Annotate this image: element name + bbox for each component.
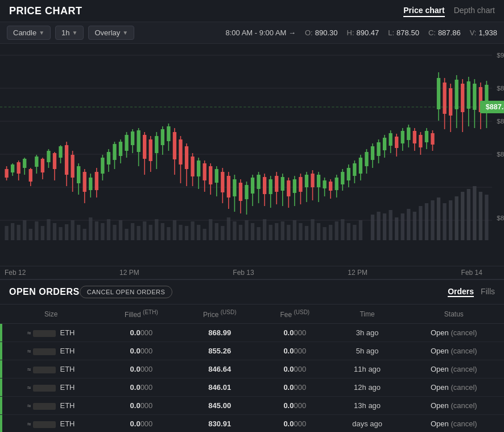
svg-rect-56 <box>275 223 278 240</box>
cancel-order-link[interactable]: (cancel) <box>451 328 477 337</box>
col-status: Status <box>404 305 504 324</box>
svg-rect-73 <box>383 213 386 240</box>
chevron-down-icon: ▼ <box>39 30 44 36</box>
high-price: H: 890.47 <box>347 28 379 37</box>
filled-value: 0.0 <box>130 401 141 410</box>
svg-rect-186 <box>287 180 290 196</box>
status-label: Open <box>431 328 451 337</box>
svg-rect-106 <box>47 151 50 162</box>
x-label-feb13: Feb 13 <box>233 269 254 277</box>
approx-symbol: ≈ <box>27 402 33 410</box>
fee-dim: 000 <box>294 383 306 392</box>
open-orders-section: OPEN ORDERS CANCEL OPEN ORDERS Orders Fi… <box>0 279 504 432</box>
order-time-cell: 3h ago <box>331 324 404 342</box>
price-value: 855.26 <box>208 347 231 355</box>
svg-rect-51 <box>245 220 248 240</box>
overlay-button[interactable]: Overlay ▼ <box>88 26 134 40</box>
svg-rect-72 <box>377 212 380 240</box>
time-value: 11h ago <box>354 365 381 373</box>
svg-rect-134 <box>131 131 134 145</box>
svg-rect-202 <box>335 178 338 190</box>
svg-rect-218 <box>383 138 386 150</box>
cancel-order-link[interactable]: (cancel) <box>451 365 477 373</box>
svg-rect-49 <box>233 221 236 240</box>
col-time: Time <box>331 305 404 324</box>
size-unit: ETH <box>60 347 75 355</box>
cancel-order-link[interactable]: (cancel) <box>451 383 477 392</box>
order-size-cell: ≈ ETH <box>0 397 102 415</box>
order-status-cell: Open (cancel) <box>404 342 504 360</box>
order-status-cell: Open (cancel) <box>404 415 504 433</box>
svg-rect-168 <box>233 179 236 196</box>
table-row: ≈ ETH 0.0000 868.99 0.0000 3h ago Open (… <box>0 324 504 342</box>
price-chart-header: PRICE CHART Price chart Depth chart <box>0 0 504 22</box>
tab-fills[interactable]: Fills <box>481 287 495 297</box>
svg-rect-65 <box>329 225 332 240</box>
cancel-order-link[interactable]: (cancel) <box>451 401 477 410</box>
svg-rect-35 <box>149 225 152 240</box>
svg-rect-110 <box>59 146 62 158</box>
order-time-cell: 11h ago <box>331 360 404 378</box>
order-size-cell: ≈ ETH <box>0 324 102 342</box>
svg-rect-212 <box>365 152 368 166</box>
size-blur-box <box>33 348 56 355</box>
time-value: 12h ago <box>354 383 381 392</box>
svg-rect-19 <box>53 223 56 240</box>
svg-rect-210 <box>359 158 362 174</box>
order-status-cell: Open (cancel) <box>404 378 504 397</box>
svg-rect-142 <box>155 136 158 153</box>
svg-rect-38 <box>167 227 170 240</box>
approx-symbol: ≈ <box>27 347 33 355</box>
svg-rect-59 <box>293 220 296 240</box>
svg-rect-90 <box>485 195 488 240</box>
order-fee-cell: 0.0000 <box>259 342 331 360</box>
cancel-order-link[interactable]: (cancel) <box>451 419 477 428</box>
timeframe-button[interactable]: 1h ▼ <box>55 26 84 40</box>
order-fee-cell: 0.0000 <box>259 415 331 433</box>
svg-rect-77 <box>407 209 410 240</box>
cancel-order-link[interactable]: (cancel) <box>451 347 477 355</box>
svg-rect-18 <box>47 219 50 240</box>
price-value: 846.01 <box>208 383 231 392</box>
candle-type-button[interactable]: Candle ▼ <box>7 26 51 40</box>
svg-rect-194 <box>311 174 314 187</box>
tab-depth-chart[interactable]: Depth chart <box>454 5 495 17</box>
order-fee-cell: 0.0000 <box>259 324 331 342</box>
filled-dim: 000 <box>141 401 153 410</box>
svg-rect-36 <box>155 219 158 240</box>
svg-rect-27 <box>101 223 104 240</box>
svg-rect-61 <box>305 226 308 240</box>
price-chart-area[interactable]: $900 $880 $860 $840 $820 <box>0 44 504 266</box>
svg-rect-23 <box>77 225 80 240</box>
order-time-cell: 13h ago <box>331 397 404 415</box>
candlestick-chart: $900 $880 $860 $840 $820 <box>0 44 504 266</box>
svg-rect-116 <box>77 166 80 183</box>
tab-orders[interactable]: Orders <box>448 287 474 297</box>
order-price-cell: 830.91 <box>180 415 259 433</box>
time-value: 3h ago <box>356 328 379 337</box>
svg-rect-68 <box>347 223 350 240</box>
status-label: Open <box>431 401 451 410</box>
view-tabs: Price chart Depth chart <box>403 5 495 17</box>
price-value: 868.99 <box>208 328 231 337</box>
tab-price-chart[interactable]: Price chart <box>403 5 444 17</box>
order-time-cell: days ago <box>331 415 404 433</box>
svg-rect-20 <box>59 227 62 240</box>
order-filled-cell: 0.0000 <box>102 360 180 378</box>
svg-rect-150 <box>179 139 182 164</box>
svg-rect-160 <box>209 166 212 184</box>
order-time-cell: 12h ago <box>331 378 404 397</box>
table-row: ≈ ETH 0.0000 830.91 0.0000 days ago Open… <box>0 415 504 433</box>
order-time-cell: 5h ago <box>331 342 404 360</box>
cancel-open-orders-button[interactable]: CANCEL OPEN ORDERS <box>80 286 173 298</box>
filled-dim: 000 <box>141 347 153 355</box>
svg-rect-96 <box>17 162 20 174</box>
fee-dim: 000 <box>294 419 306 428</box>
svg-rect-152 <box>185 146 188 169</box>
svg-rect-79 <box>419 206 422 240</box>
fee-value: 0.0 <box>283 328 294 337</box>
price-value: 845.00 <box>208 401 231 410</box>
svg-rect-140 <box>149 139 152 161</box>
order-status-cell: Open (cancel) <box>404 324 504 342</box>
order-size-cell: ≈ ETH <box>0 342 102 360</box>
